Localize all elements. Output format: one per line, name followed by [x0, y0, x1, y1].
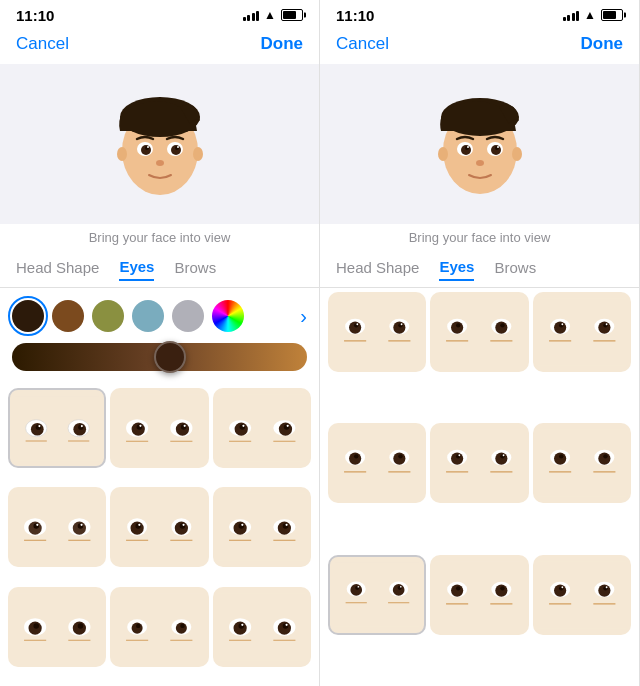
cancel-button-right[interactable]: Cancel [336, 34, 389, 54]
swatch-black[interactable] [12, 300, 44, 332]
tab-brows-left[interactable]: Brows [174, 259, 216, 280]
eye-option-3[interactable] [213, 388, 311, 468]
svg-point-135 [451, 321, 463, 333]
right-panel: 11:10 ▲ Cancel Done [320, 0, 640, 686]
battery-icon-right [601, 9, 623, 21]
svg-point-175 [554, 453, 566, 465]
svg-point-205 [598, 584, 610, 596]
eye-option-4[interactable] [8, 487, 106, 567]
eye-option-9[interactable] [213, 587, 311, 667]
eye-option-1[interactable] [8, 388, 106, 468]
svg-point-74 [282, 523, 288, 529]
swatch-gray[interactable] [172, 300, 204, 332]
svg-point-84 [33, 623, 39, 629]
status-time-left: 11:10 [16, 7, 54, 24]
face-hint-right: Bring your face into view [320, 224, 639, 252]
svg-point-125 [393, 321, 405, 333]
status-icons-right: ▲ [563, 8, 623, 22]
eye-option-r1[interactable] [328, 292, 426, 372]
svg-rect-172 [538, 430, 627, 496]
svg-point-31 [140, 425, 142, 427]
eye-option-6[interactable] [213, 487, 311, 567]
eye-option-r6[interactable] [533, 423, 631, 503]
svg-point-209 [605, 586, 607, 588]
swatch-brown[interactable] [52, 300, 84, 332]
done-button-right[interactable]: Done [581, 34, 624, 54]
more-colors-button[interactable]: › [300, 305, 307, 328]
swatch-olive[interactable] [92, 300, 124, 332]
eye-option-r9[interactable] [533, 555, 631, 635]
svg-point-65 [183, 524, 185, 526]
tab-eyes-right[interactable]: Eyes [439, 258, 474, 281]
svg-point-138 [501, 323, 505, 327]
eye-option-r4[interactable] [328, 423, 426, 503]
eye-option-8[interactable] [110, 587, 208, 667]
svg-point-176 [598, 453, 610, 465]
tab-head-shape-left[interactable]: Head Shape [16, 259, 99, 280]
tab-head-shape-right[interactable]: Head Shape [336, 259, 419, 280]
color-swatches: › [0, 288, 319, 340]
color-slider[interactable] [12, 343, 307, 371]
eye-option-r3[interactable] [533, 292, 631, 372]
category-tabs-right: Head Shape Eyes Brows [320, 252, 639, 288]
top-nav-right: Cancel Done [320, 28, 639, 64]
eye-option-r5[interactable] [430, 423, 528, 503]
eye-option-7[interactable] [8, 587, 106, 667]
eye-option-r8[interactable] [430, 555, 528, 635]
eye-option-r2[interactable] [430, 292, 528, 372]
svg-point-118 [467, 146, 469, 148]
svg-point-42 [242, 425, 244, 427]
svg-point-29 [137, 424, 143, 430]
avatar-area-left [0, 64, 319, 224]
svg-point-2 [117, 147, 127, 161]
svg-point-62 [136, 523, 142, 529]
eye-option-2[interactable] [110, 388, 208, 468]
svg-point-137 [456, 323, 460, 327]
svg-point-110 [438, 147, 448, 161]
svg-point-168 [459, 455, 461, 457]
eye-option-r7[interactable] [328, 555, 426, 635]
tab-brows-right[interactable]: Brows [494, 259, 536, 280]
svg-point-145 [598, 321, 610, 333]
svg-point-11 [177, 146, 179, 148]
svg-point-144 [554, 321, 566, 333]
avatar-left [105, 89, 215, 199]
top-nav-left: Cancel Done [0, 28, 319, 64]
face-hint-left: Bring your face into view [0, 224, 319, 252]
slider-container [0, 340, 319, 384]
svg-point-41 [283, 424, 289, 430]
swatch-blue[interactable] [132, 300, 164, 332]
svg-point-85 [78, 623, 84, 629]
svg-point-21 [81, 425, 83, 427]
svg-rect-121 [333, 299, 421, 365]
svg-rect-152 [333, 430, 421, 496]
eye-option-5[interactable] [110, 487, 208, 567]
svg-point-73 [238, 523, 244, 529]
svg-point-198 [501, 586, 505, 590]
svg-point-52 [78, 523, 84, 529]
svg-point-195 [451, 584, 463, 596]
category-tabs-left: Head Shape Eyes Brows [0, 252, 319, 288]
svg-rect-141 [538, 299, 627, 365]
status-icons-left: ▲ [243, 8, 303, 22]
cancel-button-left[interactable]: Cancel [16, 34, 69, 54]
eye-options-grid [0, 384, 319, 686]
swatch-gradient[interactable] [212, 300, 244, 332]
tab-eyes-left[interactable]: Eyes [119, 258, 154, 281]
svg-point-102 [238, 623, 244, 629]
svg-point-3 [193, 147, 203, 161]
svg-point-196 [496, 584, 508, 596]
svg-point-43 [286, 425, 288, 427]
done-button-left[interactable]: Done [261, 34, 304, 54]
signal-icon-left [243, 9, 260, 21]
status-bar-right: 11:10 ▲ [320, 0, 639, 28]
svg-point-63 [180, 523, 186, 529]
svg-point-204 [554, 584, 566, 596]
svg-rect-201 [538, 561, 627, 627]
svg-point-20 [38, 425, 40, 427]
svg-point-197 [456, 586, 460, 590]
svg-point-129 [401, 323, 403, 325]
svg-point-124 [349, 321, 361, 333]
slider-thumb[interactable] [154, 341, 186, 373]
svg-point-54 [80, 524, 82, 526]
